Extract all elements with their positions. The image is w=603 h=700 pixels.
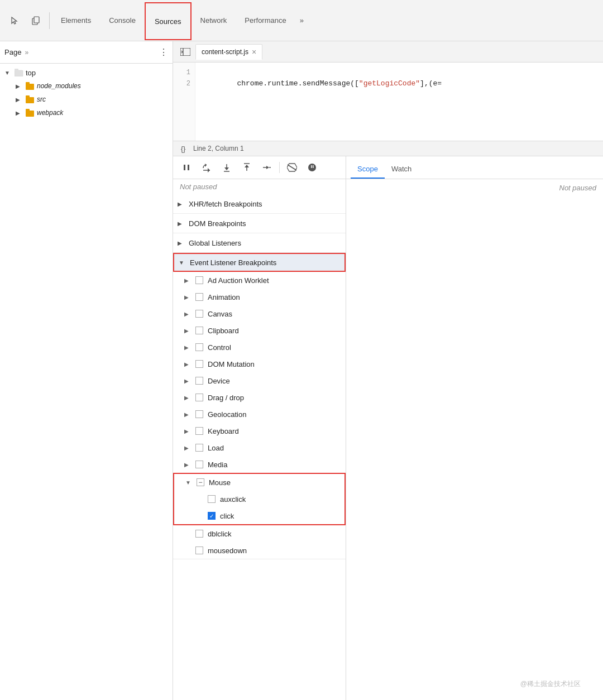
- copy-tool-button[interactable]: [26, 11, 46, 31]
- svg-rect-30: [311, 165, 312, 168]
- step-into-button[interactable]: [218, 160, 236, 175]
- bp-item-clipboard[interactable]: ▶ Clipboard: [173, 322, 346, 339]
- svg-marker-19: [224, 167, 229, 170]
- checkbox-keyboard[interactable]: [195, 427, 203, 435]
- bp-item-mousedown[interactable]: mousedown: [173, 542, 346, 559]
- debug-separator-1: [279, 162, 280, 173]
- bp-item-device[interactable]: ▶ Device: [173, 372, 346, 389]
- tree-arrow-top: ▼: [4, 70, 12, 76]
- folder-icon-node-modules: [26, 82, 35, 90]
- bp-label-mousedown: mousedown: [208, 546, 247, 555]
- tree-arrow-node-modules: ▶: [16, 83, 23, 89]
- bp-item-canvas[interactable]: ▶ Canvas: [173, 305, 346, 322]
- tab-network[interactable]: Network: [192, 0, 236, 41]
- scope-watch-tabs: Scope Watch: [346, 156, 603, 179]
- tree-item-node-modules[interactable]: ▶ node_modules: [0, 79, 173, 93]
- code-line-1-string: "getLogicCode": [359, 79, 420, 88]
- format-icon[interactable]: {}: [178, 143, 189, 154]
- event-listener-header[interactable]: ▼ Event Listener Breakpoints: [173, 253, 346, 272]
- checkbox-control[interactable]: [195, 343, 203, 351]
- panel-menu-button[interactable]: ⋮: [159, 47, 168, 57]
- svg-rect-31: [313, 165, 314, 168]
- bp-item-media[interactable]: ▶ Media: [173, 456, 346, 473]
- checkbox-ad-auction[interactable]: [195, 276, 203, 284]
- lower-section: Not paused ▶ XHR/fetch Breakpoints ▶ DOM…: [173, 179, 603, 700]
- code-tab-close-button[interactable]: ×: [252, 47, 256, 56]
- bp-label-click: click: [220, 512, 234, 520]
- event-listener-section: ▼ Event Listener Breakpoints ▶ Ad Auctio…: [173, 253, 346, 559]
- step-button[interactable]: [258, 160, 276, 175]
- bp-label-auxclick: auxclick: [220, 495, 246, 504]
- tab-elements[interactable]: Elements: [52, 0, 100, 41]
- xhr-fetch-label: XHR/fetch Breakpoints: [189, 200, 262, 208]
- checkbox-animation[interactable]: [195, 293, 203, 301]
- bp-item-dom-mutation[interactable]: ▶ DOM Mutation: [173, 356, 346, 372]
- checkbox-geolocation[interactable]: [195, 410, 203, 418]
- watch-tab[interactable]: Watch: [385, 160, 418, 179]
- cursor-tool-button[interactable]: [4, 11, 25, 31]
- dom-breakpoints-label: DOM Breakpoints: [189, 219, 246, 228]
- dom-breakpoints-header[interactable]: ▶ DOM Breakpoints: [173, 214, 346, 233]
- bp-label-control: Control: [208, 343, 231, 352]
- tree-item-webpack[interactable]: ▶ webpack: [0, 106, 173, 119]
- tab-performance[interactable]: Performance: [236, 0, 295, 41]
- checkbox-clipboard[interactable]: [195, 327, 203, 334]
- svg-rect-9: [26, 109, 30, 111]
- bp-item-dblclick[interactable]: dblclick: [173, 525, 346, 542]
- bp-item-mouse[interactable]: ▼ Mouse: [174, 474, 344, 491]
- svg-marker-17: [208, 168, 210, 172]
- bp-item-geolocation[interactable]: ▶ Geolocation: [173, 406, 346, 423]
- checkbox-media[interactable]: [195, 461, 203, 468]
- bp-item-load[interactable]: ▶ Load: [173, 439, 346, 456]
- code-tab-content-script[interactable]: content-script.js ×: [195, 44, 262, 60]
- folder-icon-src: [26, 95, 35, 103]
- event-listener-arrow: ▼: [179, 260, 186, 266]
- tab-console[interactable]: Console: [100, 0, 145, 41]
- tree-item-src[interactable]: ▶ src: [0, 93, 173, 106]
- line-numbers: 1 2: [173, 63, 195, 141]
- bp-item-click[interactable]: click: [174, 507, 344, 524]
- tab-more-button[interactable]: »: [295, 13, 308, 28]
- tab-sources[interactable]: Sources: [145, 2, 192, 40]
- bp-label-canvas: Canvas: [208, 310, 232, 318]
- checkbox-load[interactable]: [195, 444, 203, 452]
- checkbox-click[interactable]: [208, 512, 216, 520]
- pause-button[interactable]: [178, 160, 195, 175]
- checkbox-drag-drop[interactable]: [195, 394, 203, 401]
- global-listeners-header[interactable]: ▶ Global Listeners: [173, 233, 346, 252]
- scope-tab[interactable]: Scope: [351, 160, 385, 179]
- bp-item-animation[interactable]: ▶ Animation: [173, 289, 346, 305]
- checkbox-dblclick[interactable]: [195, 530, 203, 538]
- checkbox-mousedown[interactable]: [195, 546, 203, 554]
- folder-icon-webpack: [26, 109, 35, 117]
- tree-label-top: top: [26, 69, 36, 77]
- breakpoints-panel: Not paused ▶ XHR/fetch Breakpoints ▶ DOM…: [173, 179, 346, 700]
- sidebar-toggle-button[interactable]: [178, 44, 193, 60]
- step-out-button[interactable]: [238, 160, 256, 175]
- pause-exceptions-button[interactable]: [303, 160, 321, 175]
- tree-item-top[interactable]: ▼ top: [0, 66, 173, 79]
- checkbox-device[interactable]: [195, 377, 203, 385]
- code-content[interactable]: chrome.runtime.sendMessage(["getLogicCod…: [195, 63, 603, 141]
- svg-rect-7: [26, 95, 30, 98]
- bp-item-drag-drop[interactable]: ▶ Drag / drop: [173, 389, 346, 406]
- page-more-button[interactable]: »: [25, 49, 28, 56]
- bp-item-ad-auction[interactable]: ▶ Ad Auction Worklet: [173, 272, 346, 289]
- checkbox-canvas[interactable]: [195, 310, 203, 318]
- step-icon: [262, 163, 272, 172]
- pause-exceptions-icon: [308, 163, 317, 172]
- xhr-fetch-header[interactable]: ▶ XHR/fetch Breakpoints: [173, 194, 346, 213]
- bp-item-auxclick[interactable]: auxclick: [174, 491, 344, 507]
- checkbox-mouse[interactable]: [197, 478, 204, 486]
- bp-item-control[interactable]: ▶ Control: [173, 339, 346, 356]
- step-over-button[interactable]: [198, 160, 216, 175]
- deactivate-breakpoints-button[interactable]: [283, 160, 301, 175]
- svg-rect-4: [26, 84, 34, 90]
- svg-rect-10: [180, 48, 190, 56]
- checkbox-dom-mutation[interactable]: [195, 360, 203, 368]
- bp-label-dblclick: dblclick: [208, 530, 232, 538]
- xhr-fetch-section: ▶ XHR/fetch Breakpoints: [173, 194, 346, 214]
- bp-item-keyboard[interactable]: ▶ Keyboard: [173, 423, 346, 439]
- debug-toolbar: [173, 156, 346, 179]
- checkbox-auxclick[interactable]: [208, 495, 216, 503]
